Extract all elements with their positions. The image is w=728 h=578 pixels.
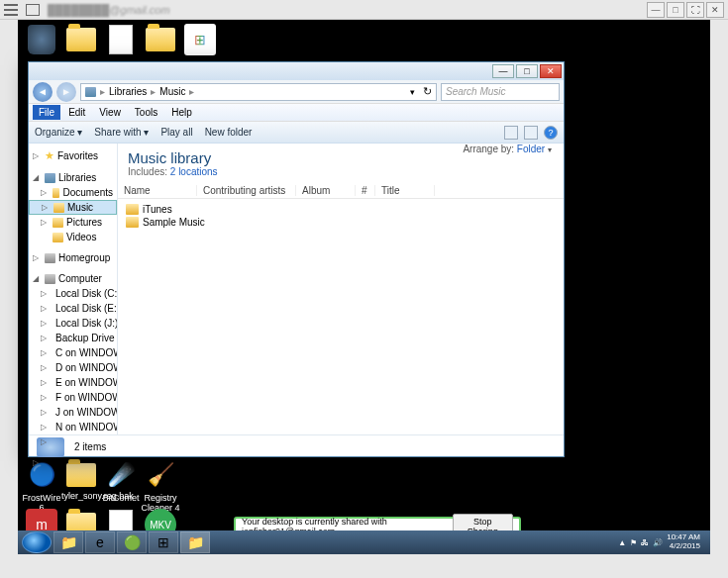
system-tray[interactable]: ▲ ⚑ 🖧 🔊 10:47 AM 4/2/2015: [618, 533, 706, 551]
frostwire-icon[interactable]: 🔵FrostWire 6: [22, 459, 61, 513]
tree-pictures[interactable]: ▷Pictures: [29, 215, 117, 230]
tree-documents[interactable]: ▷Documents: [29, 185, 117, 200]
tree-local-e[interactable]: ▷Local Disk (E:): [29, 301, 117, 316]
registry-cleaner-icon[interactable]: 🧹Registry Cleaner 4: [141, 459, 180, 513]
status-bar: 2 items: [29, 434, 564, 458]
tree-local-j[interactable]: ▷Local Disk (J:): [29, 316, 117, 331]
maximize-button[interactable]: □: [667, 2, 684, 18]
tree-j-win7[interactable]: ▷J on WINDOWS7: [29, 405, 117, 420]
menu-icon[interactable]: [4, 4, 18, 16]
search-input[interactable]: Search Music: [441, 83, 560, 101]
tree-e-win7[interactable]: ▷E on WINDOWS7: [29, 375, 117, 390]
tree-homegroup[interactable]: ▷Homegroup: [29, 250, 117, 265]
desktop-folder-2[interactable]: [141, 24, 180, 55]
tree-n-win7[interactable]: ▷N on WINDOWS7: [29, 420, 117, 434]
clock[interactable]: 10:47 AM 4/2/2015: [667, 533, 700, 551]
col-title[interactable]: Title: [375, 185, 435, 196]
play-all-button[interactable]: Play all: [160, 127, 192, 138]
col-name[interactable]: Name: [118, 185, 197, 196]
taskbar-app[interactable]: ⊞: [149, 531, 178, 553]
desktop-file-1[interactable]: [101, 24, 141, 55]
content-pane: Music library Includes: 2 locations Arra…: [118, 144, 564, 434]
menu-tools[interactable]: Tools: [129, 105, 163, 120]
titlebar[interactable]: — □ ✕: [29, 62, 564, 80]
tree-backup[interactable]: ▷Backup Drive (\\win: [29, 331, 117, 345]
tree-c-win7[interactable]: ▷C on WINDOWS7: [29, 345, 117, 360]
grid-icon: ⊞: [184, 24, 216, 55]
desktop-app-grid[interactable]: ⊞: [180, 24, 220, 57]
nav-bar: ◄ ► ▸ Libraries ▸ Music ▸ ▾ ↻ Search Mus…: [29, 80, 564, 104]
organize-button[interactable]: Organize ▾: [35, 127, 82, 138]
preview-pane-icon[interactable]: [524, 126, 538, 140]
folder-icon: [66, 463, 96, 487]
tray-network-icon[interactable]: 🖧: [641, 538, 649, 547]
refresh-icon[interactable]: ↻: [423, 85, 432, 98]
app-icon: 🔵: [26, 459, 57, 491]
menu-view[interactable]: View: [93, 105, 127, 120]
taskbar-ie[interactable]: e: [85, 531, 115, 553]
tray-volume-icon[interactable]: 🔊: [653, 538, 663, 547]
start-button[interactable]: [22, 531, 52, 553]
breadcrumb-libraries[interactable]: Libraries: [109, 86, 147, 97]
nav-tree: ▷★Favorites ◢Libraries ▷Documents ▷Music…: [29, 144, 118, 434]
arrange-by[interactable]: Arrange by: Folder ▾: [463, 144, 552, 154]
minimize-button[interactable]: —: [647, 2, 665, 18]
tree-music[interactable]: ▷Music: [29, 200, 117, 215]
window-minimize[interactable]: —: [492, 64, 514, 78]
tree-videos[interactable]: Videos: [29, 230, 117, 244]
tree-d-win7[interactable]: ▷D on WINDOWS7: [29, 360, 117, 375]
tree-libraries[interactable]: ◢Libraries: [29, 170, 117, 185]
session-email: ████████@gmail.com: [48, 4, 170, 16]
column-headers[interactable]: Name Contributing artists Album # Title: [118, 183, 564, 199]
menu-help[interactable]: Help: [165, 105, 198, 120]
fullscreen-button[interactable]: ⛶: [686, 2, 704, 18]
new-folder-button[interactable]: New folder: [205, 127, 253, 138]
tree-f-win7[interactable]: ▷F on WINDOWS7: [29, 390, 117, 405]
view-options-icon[interactable]: [504, 126, 518, 140]
folder-icon: [66, 28, 96, 51]
remote-topbar: ████████@gmail.com — □ ⛶ ✕: [0, 0, 728, 20]
folder-icon: [146, 28, 175, 51]
taskbar-explorer[interactable]: 📁: [53, 531, 83, 553]
breadcrumb-music[interactable]: Music: [159, 86, 185, 97]
item-sample-music[interactable]: Sample Music: [126, 216, 556, 229]
screen-icon[interactable]: [26, 4, 40, 16]
item-itunes[interactable]: iTunes: [126, 203, 556, 216]
help-icon[interactable]: ?: [544, 126, 558, 140]
tray-up-icon[interactable]: ▲: [618, 538, 626, 547]
menu-edit[interactable]: Edit: [62, 105, 91, 120]
tray-flag-icon[interactable]: ⚑: [630, 538, 637, 547]
close-button[interactable]: ✕: [706, 2, 724, 18]
icon-label: BitComet: [102, 493, 139, 503]
app-icon: 🧹: [145, 459, 176, 491]
address-bar[interactable]: ▸ Libraries ▸ Music ▸ ▾ ↻: [80, 83, 437, 101]
recycle-bin[interactable]: [22, 24, 61, 55]
explorer-window: — □ ✕ ◄ ► ▸ Libraries ▸ Music ▸ ▾ ↻ Sear…: [28, 61, 565, 457]
desktop-folder-1[interactable]: [61, 24, 101, 55]
back-button[interactable]: ◄: [33, 82, 52, 102]
bitcomet-icon[interactable]: ☄️BitComet: [101, 459, 141, 503]
menu-file[interactable]: File: [33, 105, 60, 120]
tyler-file[interactable]: tyler_sony.reg.bak: [61, 459, 101, 501]
col-album[interactable]: Album: [296, 185, 356, 196]
window-maximize[interactable]: □: [516, 64, 538, 78]
remote-desktop: ⊞ 🔵FrostWire 6 tyler_sony.reg.bak ☄️BitC…: [18, 20, 710, 554]
window-close[interactable]: ✕: [540, 64, 562, 78]
locations-link[interactable]: 2 locations: [170, 166, 218, 177]
folder-icon: [52, 188, 59, 198]
computer-icon: [45, 274, 55, 284]
app-icon: ☄️: [105, 459, 137, 491]
share-with-button[interactable]: Share with ▾: [94, 127, 149, 138]
taskbar-chrome[interactable]: 🟢: [117, 531, 147, 553]
col-contributing[interactable]: Contributing artists: [197, 185, 296, 196]
taskbar-running-explorer[interactable]: 📁: [180, 531, 210, 553]
forward-button[interactable]: ►: [56, 82, 76, 102]
folder-icon: [126, 217, 139, 228]
folder-icon: [52, 218, 63, 228]
folder-icon: [126, 204, 139, 215]
col-num[interactable]: #: [356, 185, 375, 196]
toolbar: Organize ▾ Share with ▾ Play all New fol…: [29, 122, 564, 144]
tree-computer[interactable]: ◢Computer: [29, 271, 117, 286]
tree-favorites[interactable]: ▷★Favorites: [29, 147, 117, 164]
tree-local-c[interactable]: ▷Local Disk (C:): [29, 286, 117, 301]
